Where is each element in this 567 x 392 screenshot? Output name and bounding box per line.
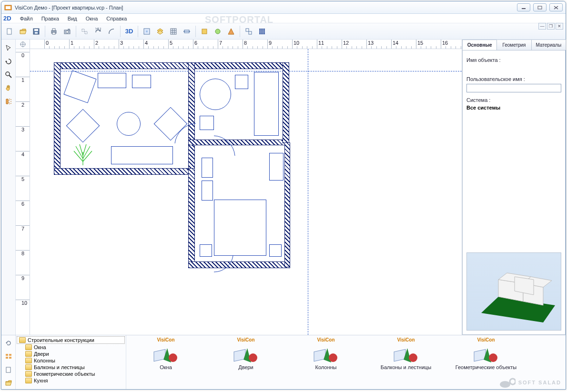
svg-rect-68 (6, 357, 8, 359)
hatch-grid-button[interactable] (256, 25, 268, 38)
left-toolbar (1, 40, 16, 335)
mdi-restore-button[interactable]: ❐ (547, 23, 555, 30)
arc-button[interactable] (105, 25, 118, 38)
ruler-origin-icon[interactable] (16, 40, 30, 49)
gallery-thumb-icon (473, 343, 499, 363)
plan-canvas[interactable] (30, 49, 462, 335)
element-1-button[interactable] (198, 25, 211, 38)
tree-item[interactable]: Геометрические объекты (17, 371, 125, 377)
app-icon (4, 4, 12, 11)
gallery-caption: Окна (160, 364, 172, 370)
titlebar[interactable]: VisiCon Демо - [Проект квартиры.vcp - Пл… (1, 1, 566, 14)
svg-rect-1 (6, 6, 10, 9)
lib-view-button[interactable] (3, 351, 14, 362)
folder-icon (19, 337, 26, 343)
rotate-90-button[interactable]: 90 (92, 25, 104, 38)
system-value: Все системы (466, 105, 561, 111)
svg-point-85 (489, 353, 497, 362)
rotate-tool[interactable] (3, 56, 14, 67)
guide-vertical[interactable] (308, 49, 308, 335)
folder-icon (25, 378, 32, 383)
menu-view[interactable]: Вид (64, 15, 81, 22)
room-button[interactable] (141, 25, 153, 38)
save-file-button[interactable] (30, 25, 42, 38)
gallery-item[interactable]: VisiConБалконы и лестницы (370, 337, 442, 387)
svg-rect-13 (52, 32, 55, 34)
gallery-thumb-icon (233, 343, 259, 363)
pan-tool[interactable] (3, 82, 14, 94)
svg-rect-69 (9, 357, 11, 359)
guide-horizontal[interactable] (30, 71, 462, 71)
mdi-minimize-button[interactable]: — (538, 23, 546, 30)
menu-edit[interactable]: Правка (38, 15, 63, 22)
window-title: VisiCon Демо - [Проект квартиры.vcp - Пл… (15, 5, 517, 10)
library-panel: Строительные конструкции ОкнаДвериКолонн… (1, 335, 566, 389)
minimize-button[interactable] (517, 3, 530, 11)
svg-point-15 (66, 30, 69, 33)
lib-folder-button[interactable] (3, 377, 14, 389)
grid-button[interactable] (167, 25, 180, 38)
svg-point-79 (329, 353, 337, 362)
group-button[interactable] (243, 25, 255, 38)
horizontal-ruler[interactable] (30, 40, 462, 49)
tab-basic[interactable]: Основные (462, 40, 497, 50)
vertical-ruler[interactable] (16, 49, 30, 335)
svg-text:90: 90 (95, 28, 101, 31)
svg-point-73 (169, 353, 177, 362)
print-button[interactable] (48, 25, 60, 38)
gallery-item[interactable]: VisiConДвери (210, 337, 282, 387)
tree-item[interactable]: Окна (17, 344, 125, 351)
svg-marker-65 (6, 342, 8, 344)
element-2-button[interactable] (212, 25, 224, 38)
svg-rect-9 (34, 29, 38, 31)
select-tool[interactable] (3, 42, 14, 54)
layers-button[interactable] (154, 25, 166, 38)
preview-3d[interactable] (466, 252, 561, 331)
menu-file[interactable]: Файл (16, 15, 37, 22)
open-file-button[interactable] (17, 25, 29, 38)
gallery-caption: Двери (238, 364, 253, 370)
lib-new-button[interactable] (3, 364, 14, 375)
tree-item[interactable]: Балконы и лестницы (17, 364, 125, 371)
tree-root[interactable]: Строительные конструкции (17, 336, 125, 344)
align-button[interactable] (79, 25, 91, 38)
tab-materials[interactable]: Материалы (531, 40, 566, 50)
svg-rect-66 (6, 354, 8, 356)
system-label: Система : (466, 97, 561, 103)
stretch-button[interactable] (181, 25, 193, 38)
gallery-item[interactable]: VisiConОкна (130, 337, 202, 387)
tree-item[interactable]: Колонны (17, 357, 125, 364)
close-button[interactable] (549, 3, 563, 11)
tree-item[interactable]: Кухня (17, 377, 125, 384)
tree-item[interactable]: Двери (17, 351, 125, 357)
mdi-close-button[interactable]: ✕ (556, 23, 563, 30)
folder-icon (25, 371, 32, 377)
mode-3d-button[interactable]: 3D (123, 25, 135, 38)
app-window: VisiCon Демо - [Проект квартиры.vcp - Пл… (1, 1, 566, 390)
svg-rect-38 (249, 31, 252, 34)
zoom-tool[interactable] (3, 69, 14, 80)
svg-rect-18 (85, 31, 87, 34)
library-tree[interactable]: Строительные конструкции ОкнаДвериКолонн… (16, 335, 126, 389)
maximize-button[interactable] (533, 3, 547, 11)
user-name-input[interactable] (466, 84, 561, 92)
menu-help[interactable]: Справка (102, 15, 131, 22)
camera-button[interactable] (61, 25, 73, 38)
gallery-caption: Балконы и лестницы (381, 364, 432, 370)
tab-geometry[interactable]: Геометрия (496, 40, 531, 50)
svg-rect-37 (246, 29, 249, 31)
svg-marker-33 (189, 30, 190, 32)
menu-windows[interactable]: Окна (82, 15, 102, 22)
user-name-label: Пользовательское имя : (466, 76, 561, 82)
svg-rect-67 (9, 354, 11, 356)
svg-point-47 (6, 72, 10, 76)
svg-point-82 (409, 353, 417, 362)
element-3-button[interactable] (225, 25, 237, 38)
gallery-caption: Геометрические объекты (456, 364, 516, 370)
mirror-tool[interactable] (3, 96, 14, 107)
lib-refresh-button[interactable] (3, 337, 14, 349)
new-file-button[interactable] (3, 25, 16, 38)
gallery-item[interactable]: VisiConКолонны (290, 337, 362, 387)
watermark-bottom: SOFT SALAD (499, 376, 561, 389)
properties-panel: Основные Геометрия Материалы Имя объекта… (462, 40, 566, 335)
